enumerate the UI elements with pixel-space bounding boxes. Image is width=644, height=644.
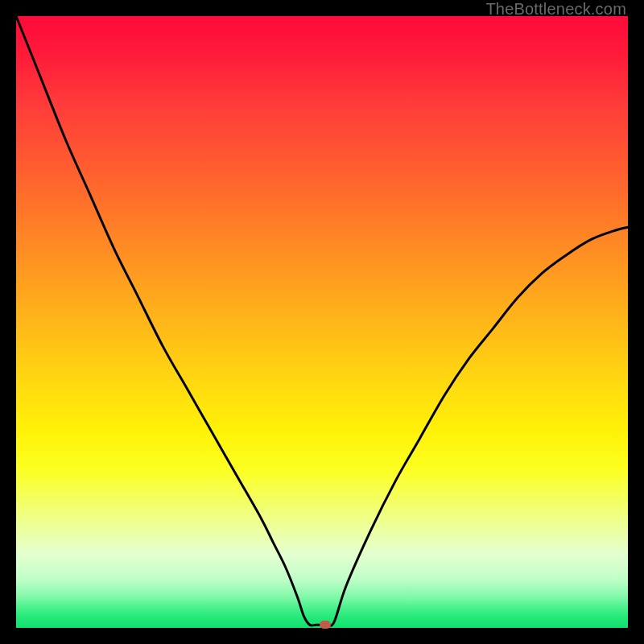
watermark-text: TheBottleneck.com	[485, 0, 626, 19]
bottleneck-curve	[16, 16, 628, 628]
plot-area	[16, 16, 628, 628]
chart-frame: TheBottleneck.com	[0, 0, 644, 644]
optimal-point-marker	[320, 621, 331, 629]
curve-path	[16, 16, 628, 625]
